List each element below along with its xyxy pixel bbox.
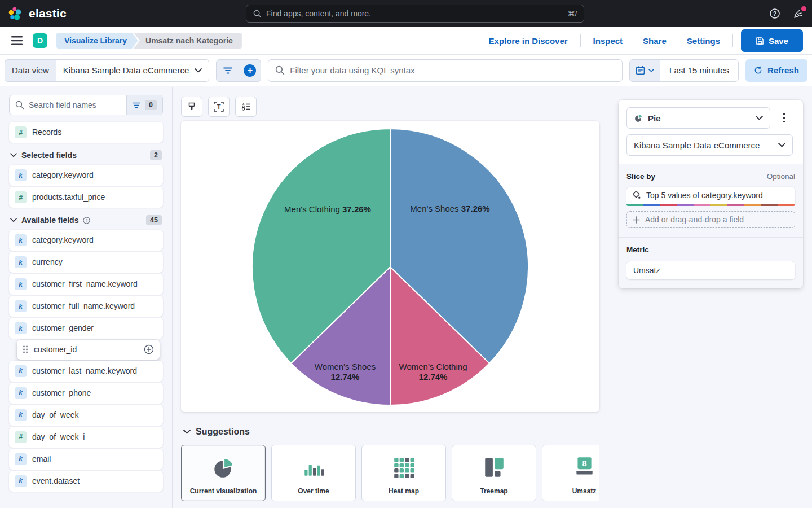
- pie-chart-icon: [211, 456, 235, 479]
- field-filter-button[interactable]: 0: [126, 95, 162, 115]
- keyword-field-icon: k: [15, 234, 27, 246]
- divider: [580, 34, 581, 47]
- slice-by-label: Slice by: [626, 172, 655, 181]
- pie-chart: [181, 121, 599, 412]
- kql-input[interactable]: [290, 65, 615, 75]
- breadcrumb-visualize-library[interactable]: Visualize Library: [56, 33, 138, 49]
- field-item-hovered[interactable]: customer_id: [17, 340, 160, 360]
- date-picker-button[interactable]: [629, 59, 660, 82]
- explore-in-discover-link[interactable]: Explore in Discover: [479, 36, 578, 46]
- metric-umsatz[interactable]: Umsatz: [626, 261, 795, 279]
- suggestions-header[interactable]: Suggestions: [183, 427, 599, 437]
- drag-handle-icon[interactable]: [23, 345, 28, 353]
- suggestion-over-time[interactable]: Over time: [271, 445, 356, 501]
- notification-dot: [801, 6, 806, 11]
- saved-query-filter-icon[interactable]: [217, 60, 239, 81]
- field-search-input[interactable]: [24, 100, 126, 110]
- text-options-button[interactable]: T: [208, 97, 230, 117]
- layer-data-view-select[interactable]: Kibana Sample Data eCommerce: [626, 134, 793, 156]
- field-item-records[interactable]: # Records: [9, 122, 163, 143]
- inspect-link[interactable]: Inspect: [583, 36, 633, 46]
- layer-actions-menu[interactable]: [776, 107, 792, 129]
- keyword-field-icon: k: [15, 300, 27, 312]
- field-item[interactable]: #day_of_week_i: [9, 427, 163, 448]
- color-palette-strip: [626, 204, 795, 206]
- logo-text: elastic: [29, 7, 67, 20]
- newsfeed-icon[interactable]: [793, 8, 804, 19]
- search-icon: [10, 100, 24, 110]
- heat-map-icon: [392, 456, 416, 479]
- share-link[interactable]: Share: [633, 36, 677, 46]
- add-field-plus-icon[interactable]: [144, 344, 154, 354]
- legend-settings-button[interactable]: [235, 97, 257, 117]
- keyword-field-icon: k: [15, 169, 27, 181]
- field-item[interactable]: k category.keyword: [9, 165, 163, 186]
- refresh-icon: [754, 66, 762, 75]
- suggestion-heat-map[interactable]: Heat map: [361, 445, 446, 501]
- field-search[interactable]: 0: [9, 95, 163, 115]
- save-button[interactable]: Save: [741, 29, 803, 52]
- settings-link[interactable]: Settings: [677, 36, 730, 46]
- slice-by-section: Slice by Optional Top 5 values of catego…: [619, 164, 803, 237]
- chevron-down-icon: [183, 430, 191, 434]
- available-fields-header[interactable]: Available fields ? 45: [10, 215, 162, 225]
- lens-editor: 0 # Records Selected fields 2 k category…: [0, 87, 812, 508]
- global-header: elastic ⌘/ ?: [0, 0, 812, 27]
- metric-label: Metric: [626, 246, 649, 254]
- keyword-field-icon: k: [15, 278, 27, 290]
- dimension-top5-category[interactable]: Top 5 values of category.keyword: [626, 187, 795, 204]
- elastic-logo[interactable]: elastic: [8, 6, 67, 21]
- field-item[interactable]: kcustomer_gender: [9, 318, 163, 339]
- global-search[interactable]: ⌘/: [246, 5, 584, 23]
- number-field-icon: #: [15, 191, 27, 203]
- number-field-icon: #: [15, 431, 27, 443]
- field-item[interactable]: kevent.dataset: [9, 471, 163, 492]
- suggestion-metric[interactable]: 8 Umsatz: [542, 445, 599, 501]
- space-avatar[interactable]: D: [33, 33, 47, 48]
- chevron-down-icon: [756, 116, 763, 120]
- field-item[interactable]: # products.taxful_price: [9, 187, 163, 208]
- help-circle-icon[interactable]: ?: [83, 217, 90, 224]
- data-view-picker[interactable]: Data view Kibana Sample Data eCommerce: [5, 59, 209, 82]
- field-item[interactable]: kcustomer_full_name.keyword: [9, 296, 163, 317]
- visual-options-button[interactable]: [181, 97, 202, 117]
- search-icon: [275, 65, 285, 75]
- menu-icon[interactable]: [9, 33, 25, 49]
- field-item[interactable]: kcustomer_first_name.keyword: [9, 274, 163, 295]
- pie-slice-label: Men's Clothing 37.26%: [284, 204, 371, 214]
- keyword-field-icon: k: [15, 387, 27, 399]
- chevron-down-icon: [195, 68, 202, 73]
- text-options-icon: T: [214, 102, 224, 112]
- refresh-button[interactable]: Refresh: [745, 59, 807, 82]
- palette-icon: [632, 191, 641, 200]
- selected-fields-header[interactable]: Selected fields 2: [10, 150, 162, 160]
- search-icon: [253, 10, 262, 18]
- field-item[interactable]: kcustomer_phone: [9, 383, 163, 404]
- field-item[interactable]: kcustomer_last_name.keyword: [9, 361, 163, 382]
- field-list-sidebar: 0 # Records Selected fields 2 k category…: [0, 87, 173, 508]
- brush-icon: [187, 102, 196, 112]
- data-view-value[interactable]: Kibana Sample Data eCommerce: [56, 59, 209, 82]
- chart-type-select[interactable]: Pie: [626, 107, 770, 129]
- metric-section: Metric Umsatz: [619, 237, 803, 288]
- pie-type-icon: [634, 113, 643, 122]
- field-item[interactable]: kemail: [9, 449, 163, 470]
- add-dimension-button[interactable]: Add or drag-and-drop a field: [626, 211, 795, 228]
- field-item[interactable]: kday_of_week: [9, 405, 163, 426]
- field-item[interactable]: kcategory.keyword: [9, 230, 163, 251]
- metric-icon: 8: [572, 456, 596, 479]
- keyword-field-icon: k: [15, 475, 27, 487]
- svg-text:T: T: [217, 103, 221, 110]
- chevron-down-icon: [10, 153, 17, 157]
- kql-search-bar[interactable]: [268, 59, 623, 82]
- calendar-icon: [636, 65, 645, 75]
- app-navbar: D Visualize Library Umsatz nach Kategori…: [0, 27, 812, 55]
- suggestion-current-visualization[interactable]: Current visualization: [181, 445, 266, 501]
- field-item[interactable]: kcurrency: [9, 252, 163, 273]
- keyword-field-icon: k: [15, 365, 27, 377]
- suggestion-treemap[interactable]: Treemap: [452, 445, 536, 501]
- add-filter-button[interactable]: +: [239, 60, 261, 81]
- time-range-value[interactable]: Last 15 minutes: [660, 59, 739, 82]
- help-icon[interactable]: ?: [769, 8, 780, 19]
- global-search-input[interactable]: [266, 9, 563, 18]
